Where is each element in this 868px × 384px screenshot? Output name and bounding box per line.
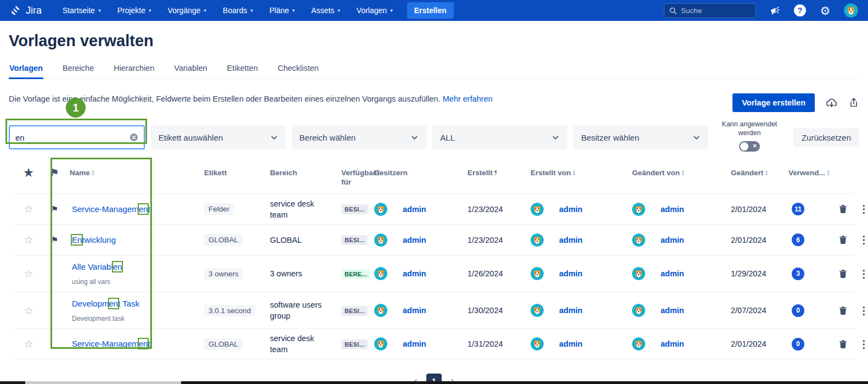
column-header-verfuegbar-fuer[interactable]: Verfügbar für▴▾ <box>337 168 370 187</box>
nav-item-vorgaenge[interactable]: Vorgänge▾ <box>161 3 213 18</box>
user-avatar[interactable] <box>844 3 858 18</box>
scope-select[interactable]: Bereich wählen <box>292 125 427 149</box>
export-button[interactable] <box>848 97 859 108</box>
column-header-bereich[interactable]: Bereich <box>266 168 337 177</box>
column-header-erstellt-von[interactable]: Erstellt von▴▾ <box>526 168 628 177</box>
jira-logo[interactable]: Jira <box>10 4 42 16</box>
column-header-besitzern[interactable]: Besitzern <box>370 168 463 177</box>
column-header-erstellt[interactable]: Erstellt▴▾ <box>463 168 526 177</box>
tab-bereiche[interactable]: Bereiche <box>62 62 94 79</box>
modifier-link[interactable]: admin <box>661 340 684 348</box>
more-actions-button[interactable]: ⋮ <box>859 304 868 317</box>
creator-avatar[interactable] <box>531 267 544 280</box>
owner-select[interactable]: Besitzer wählen <box>573 125 708 149</box>
column-header-name[interactable]: Name▴▾ <box>65 168 200 177</box>
creator-link[interactable]: admin <box>559 269 583 278</box>
delete-button[interactable] <box>838 306 848 315</box>
owner-avatar[interactable] <box>374 337 387 350</box>
template-name-link[interactable]: Development Task <box>72 299 139 308</box>
announcements-button[interactable] <box>768 4 781 17</box>
creator-avatar[interactable] <box>531 304 544 317</box>
owner-link[interactable]: admin <box>403 236 426 244</box>
column-header-geaendert-von[interactable]: Geändert von▴▾ <box>628 168 726 177</box>
delete-button[interactable] <box>838 235 848 244</box>
favorite-star-icon[interactable]: ☆ <box>24 203 33 215</box>
tab-hierarchien[interactable]: Hierarchien <box>113 62 155 79</box>
bottom-scrollbar-thumb[interactable] <box>181 381 868 384</box>
modifier-avatar[interactable] <box>632 233 645 247</box>
owner-avatar[interactable] <box>374 203 387 216</box>
nav-item-startseite[interactable]: Startseite▾ <box>56 3 108 18</box>
more-actions-button[interactable]: ⋮ <box>859 268 868 280</box>
delete-button[interactable] <box>838 340 848 349</box>
more-actions-button[interactable]: ⋮ <box>859 233 868 246</box>
settings-button[interactable]: ⚙ <box>819 4 832 17</box>
modifier-avatar[interactable] <box>632 304 645 317</box>
learn-more-link[interactable]: Mehr erfahren <box>443 94 493 103</box>
sort-icon[interactable]: ▴▾ <box>92 169 94 176</box>
star-column-header-icon[interactable]: ★ <box>24 168 33 177</box>
bottom-scrollbar-track[interactable] <box>25 381 181 384</box>
creator-avatar[interactable] <box>531 337 544 350</box>
nav-item-vorlagen[interactable]: Vorlagen▾ <box>350 3 399 18</box>
sort-icon-active[interactable]: ▴▾ <box>494 169 497 176</box>
sort-icon[interactable]: ▴▾ <box>765 169 767 176</box>
nav-item-projekte[interactable]: Projekte▾ <box>111 3 158 18</box>
owner-avatar[interactable] <box>374 233 387 247</box>
label-select[interactable]: Etikett auswählen <box>151 125 286 149</box>
owner-link[interactable]: admin <box>403 205 426 214</box>
help-button[interactable]: ? <box>793 4 807 17</box>
clear-search-button[interactable] <box>129 133 138 142</box>
creator-link[interactable]: admin <box>559 306 583 315</box>
global-search-input[interactable] <box>681 7 747 15</box>
creator-avatar[interactable] <box>531 233 544 247</box>
create-button[interactable]: Erstellen <box>407 2 454 19</box>
modifier-avatar[interactable] <box>632 203 645 216</box>
modifier-link[interactable]: admin <box>661 306 684 315</box>
owner-link[interactable]: admin <box>403 269 426 278</box>
template-name-link[interactable]: Entwicklung <box>72 235 116 244</box>
modifier-link[interactable]: admin <box>661 236 684 244</box>
tab-etiketten[interactable]: Etiketten <box>227 62 258 79</box>
owner-link[interactable]: admin <box>403 306 426 315</box>
modifier-avatar[interactable] <box>632 337 645 350</box>
nav-item-boards[interactable]: Boards▾ <box>216 3 260 18</box>
sort-icon[interactable]: ▴▾ <box>681 169 684 176</box>
modifier-link[interactable]: admin <box>661 269 684 278</box>
availability-select[interactable]: ALL <box>432 125 567 149</box>
flag-icon[interactable]: ⚑ <box>51 204 58 214</box>
creator-link[interactable]: admin <box>559 205 583 214</box>
tab-checklisten[interactable]: Checklisten <box>277 62 319 79</box>
can-apply-toggle[interactable]: ✕ <box>739 141 760 152</box>
favorite-star-icon[interactable]: ☆ <box>24 338 33 350</box>
nav-item-plaene[interactable]: Pläne▾ <box>263 3 301 18</box>
template-name-link[interactable]: Service-Management <box>72 339 150 348</box>
more-actions-button[interactable]: ⋮ <box>859 203 868 215</box>
favorite-star-icon[interactable]: ☆ <box>24 304 33 317</box>
flag-column-header-icon[interactable]: ⚑ <box>50 168 59 177</box>
delete-button[interactable] <box>838 204 848 214</box>
template-name-link[interactable]: Alle Variablen <box>72 262 122 271</box>
global-search[interactable] <box>664 3 756 18</box>
tab-vorlagen[interactable]: Vorlagen <box>9 62 43 79</box>
owner-avatar[interactable] <box>374 304 387 317</box>
create-template-button[interactable]: Vorlage erstellen <box>732 93 815 112</box>
modifier-link[interactable]: admin <box>661 205 684 214</box>
template-name-link[interactable]: Service-Management <box>72 204 150 214</box>
tab-variablen[interactable]: Variablen <box>173 62 207 79</box>
modifier-avatar[interactable] <box>632 267 645 280</box>
creator-link[interactable]: admin <box>559 340 583 348</box>
sort-icon[interactable]: ▴▾ <box>573 169 575 176</box>
owner-avatar[interactable] <box>374 267 387 280</box>
column-header-geaendert[interactable]: Geändert▴▾ <box>726 168 784 177</box>
template-search-field[interactable] <box>9 125 145 149</box>
nav-item-assets[interactable]: Assets▾ <box>305 3 347 18</box>
column-header-verwendungen[interactable]: Verwend...▴▾ <box>784 168 831 177</box>
delete-button[interactable] <box>838 269 848 279</box>
more-actions-button[interactable]: ⋮ <box>859 338 868 350</box>
flag-icon[interactable]: ⚑ <box>51 235 58 245</box>
reset-button[interactable]: Zurücksetzen <box>793 128 859 147</box>
favorite-star-icon[interactable]: ☆ <box>24 268 33 280</box>
template-search-input[interactable] <box>15 133 129 142</box>
sort-icon[interactable]: ▴▾ <box>827 169 829 176</box>
